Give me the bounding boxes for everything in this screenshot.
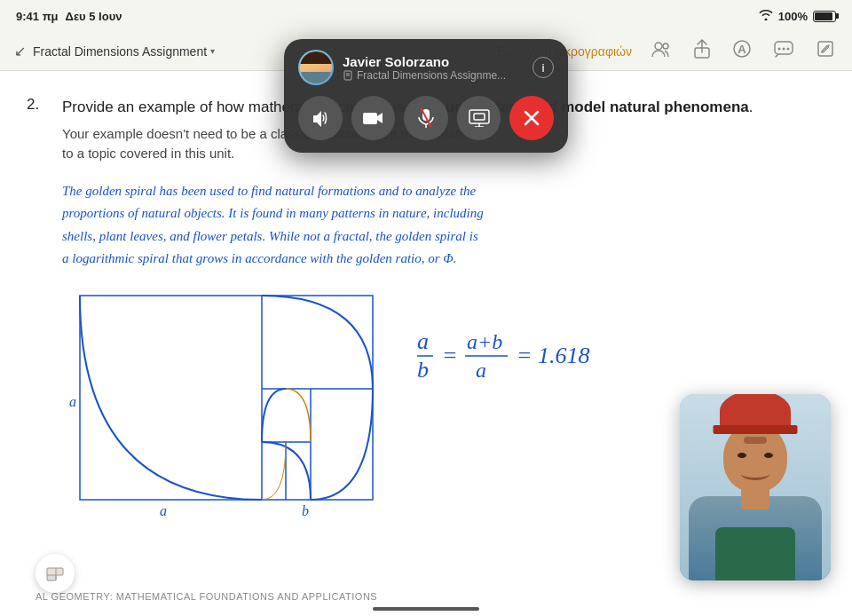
eraser-tool[interactable] [36,554,75,593]
svg-point-0 [655,43,662,50]
self-view-camera [680,394,831,580]
chevron-down-icon: ▾ [210,46,215,56]
share-icon[interactable] [690,36,714,67]
camera-button[interactable] [351,96,396,140]
pencil-icon[interactable]: A [730,36,754,66]
toolbar-left: ↙ Fractal Dimensions Assignment ▾ [14,43,215,59]
golden-spiral-diagram: a a b [62,287,390,517]
svg-text:b: b [302,503,309,517]
status-bar: 9:41 πμ Δευ 5 Ιουν 100% [0,0,852,32]
minimize-icon[interactable]: ↙ [14,43,26,59]
svg-rect-28 [47,568,63,575]
svg-text:a+b: a+b [467,330,502,353]
svg-text:b: b [417,357,429,383]
svg-text:a: a [476,359,486,382]
facetime-overlay: Javier Solorzano Fractal Dimensions Assi… [284,39,568,153]
battery-percentage: 100% [778,10,808,23]
formula-area: a b = a+b a = 1.618 [417,322,657,399]
svg-rect-37 [469,110,489,123]
caller-avatar [298,50,334,85]
facetime-header: Javier Solorzano Fractal Dimensions Assi… [298,50,554,85]
svg-text:a: a [417,328,429,354]
question-number: 2. [27,96,39,114]
bubble-icon[interactable] [770,36,797,66]
home-indicator[interactable] [373,607,479,611]
caller-name: Javier Solorzano [343,54,524,69]
status-date: Δευ 5 Ιουν [66,10,122,23]
status-right: 100% [759,9,836,23]
facetime-info-button[interactable]: i [532,57,554,78]
caller-doc: Fractal Dimensions Assignme... [343,69,524,82]
svg-text:A: A [738,43,746,56]
mute-button[interactable] [404,96,448,140]
facetime-controls [298,96,554,140]
self-view-person [680,394,831,580]
svg-rect-10 [80,296,373,500]
svg-rect-33 [363,113,377,124]
status-left: 9:41 πμ Δευ 5 Ιουν [16,10,122,23]
people-icon[interactable] [648,36,674,66]
svg-text:= 1.618: = 1.618 [517,343,590,368]
wifi-icon [759,9,773,23]
end-call-button[interactable] [509,96,554,140]
status-time: 9:41 πμ [16,10,59,23]
book-footer: AL GEOMETRY: MATHEMATICAL FOUNDATIONS AN… [36,591,377,602]
formula-svg: a b = a+b a = 1.618 [417,322,657,393]
svg-text:a: a [160,503,167,517]
svg-text:a: a [69,394,76,409]
doc-title-container[interactable]: Fractal Dimensions Assignment ▾ [33,44,215,59]
doc-title-text: Fractal Dimensions Assignment [33,44,207,59]
svg-text:=: = [442,343,458,368]
svg-point-7 [787,48,790,51]
edit-icon[interactable] [813,36,838,66]
svg-rect-38 [474,114,485,120]
screen-share-button[interactable] [457,96,501,140]
handwritten-answer: The golden spiral has been used to find … [62,180,816,271]
caller-info: Javier Solorzano Fractal Dimensions Assi… [343,54,524,82]
svg-point-6 [783,48,785,51]
battery-icon [813,11,836,22]
svg-point-1 [663,43,668,49]
svg-point-5 [778,48,781,51]
speaker-button[interactable] [298,96,343,140]
